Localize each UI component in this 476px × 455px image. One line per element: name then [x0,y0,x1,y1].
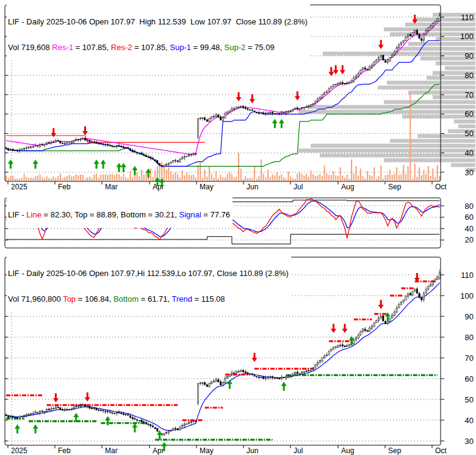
svg-text:30: 30 [465,168,474,177]
panel3-header-ohlc: LIF - Daily 2025-10-06 Open 107.97,Hi 11… [8,269,289,278]
svg-text:60: 60 [465,109,474,118]
svg-text:30: 30 [465,437,474,446]
header-text-segment: Trend [171,294,192,304]
svg-text:100: 100 [460,291,474,300]
svg-text:Sep: Sep [388,183,402,191]
svg-text:Mar: Mar [105,446,118,455]
svg-text:60: 60 [465,213,474,222]
svg-text:110: 110 [461,13,474,22]
svg-text:Mar: Mar [105,183,118,191]
svg-text:110: 110 [461,271,474,280]
header-text-segment: Res-1 [52,43,73,52]
svg-text:40: 40 [465,148,474,158]
svg-text:50: 50 [465,129,474,138]
svg-text:May: May [200,446,214,455]
svg-text:2025: 2025 [11,183,27,191]
svg-text:Feb: Feb [58,446,71,455]
header-text-segment: Sup-2 [225,43,246,52]
stock-chart-window: { "symbol": "LIF", "colors": { "black": … [0,0,476,455]
svg-text:90: 90 [465,51,474,60]
header-text-segment: Vol 719,608 [8,43,52,52]
svg-text:100: 100 [460,32,474,41]
panel2-header-values: LIF - Line = 82.30, Top = 88.89, Bottom … [8,211,230,219]
header-text-segment: Bottom [114,294,139,304]
panel3-header-indicators: Vol 71,960,800 Top = 106.84, Bottom = 61… [8,295,289,304]
header-text-segment: Line [26,210,41,219]
panel3-header: LIF - Daily 2025-10-06 Open 107.97,Hi 11… [7,252,291,312]
panel1-header: LIF - Daily 2025-10-06 Open 107.97 High … [7,1,310,60]
header-text-segment: Res-2 [111,43,132,52]
header-text-segment: Top [63,294,76,304]
svg-text:Oct: Oct [435,446,447,455]
svg-text:May: May [200,183,214,191]
svg-text:80: 80 [465,202,474,211]
header-text-segment: = 82.30, Top = 88.89, Bottom = 30.21, [41,210,179,219]
svg-text:Oct: Oct [435,183,447,191]
svg-text:Jul: Jul [294,183,303,191]
panel1-header-ohlc: LIF - Daily 2025-10-06 Open 107.97 High … [8,18,308,26]
header-text-segment: = 77.76 [201,210,230,219]
header-text-segment: LIF - Daily 2025-10-06 Open 107.97,Hi 11… [8,269,289,278]
header-text-segment: = 61.71, [139,294,171,304]
svg-text:Jun: Jun [247,183,258,191]
svg-text:40: 40 [465,224,474,233]
header-text-segment: = 75.09 [245,43,274,52]
panel2-header: LIF - Line = 82.30, Top = 88.89, Bottom … [7,194,233,228]
svg-text:Feb: Feb [58,183,71,191]
header-text-segment: = 99.48, [191,43,225,52]
svg-text:20: 20 [465,235,474,244]
svg-text:50: 50 [465,395,474,404]
header-text-segment: Vol 71,960,800 [8,294,63,304]
svg-text:70: 70 [465,90,474,100]
svg-text:Jun: Jun [247,446,258,455]
svg-text:60: 60 [465,374,474,384]
svg-text:Apr: Apr [153,446,164,455]
svg-text:40: 40 [465,416,474,425]
header-text-segment: = 107.85, [73,43,111,52]
header-text-segment: = 115.08 [192,294,225,304]
svg-text:Aug: Aug [341,446,354,455]
header-text-segment: = 106.84, [76,294,114,304]
svg-text:90: 90 [465,312,474,321]
header-text-segment: LIF - [8,210,26,219]
header-text-segment: Sup-1 [170,43,191,52]
svg-text:Jul: Jul [294,446,303,455]
svg-text:80: 80 [465,333,474,342]
svg-text:Sep: Sep [388,446,402,455]
svg-text:2025: 2025 [11,446,27,455]
header-text-segment: LIF - Daily 2025-10-06 Open 107.97 High … [8,17,308,26]
header-text-segment: = 107.85, [132,43,170,52]
svg-text:80: 80 [465,71,474,80]
header-text-segment: Signal [179,210,201,219]
svg-text:70: 70 [465,354,474,363]
panel1-header-indicators: Vol 719,608 Res-1 = 107.85, Res-2 = 107.… [8,43,308,52]
svg-text:Aug: Aug [341,183,354,191]
